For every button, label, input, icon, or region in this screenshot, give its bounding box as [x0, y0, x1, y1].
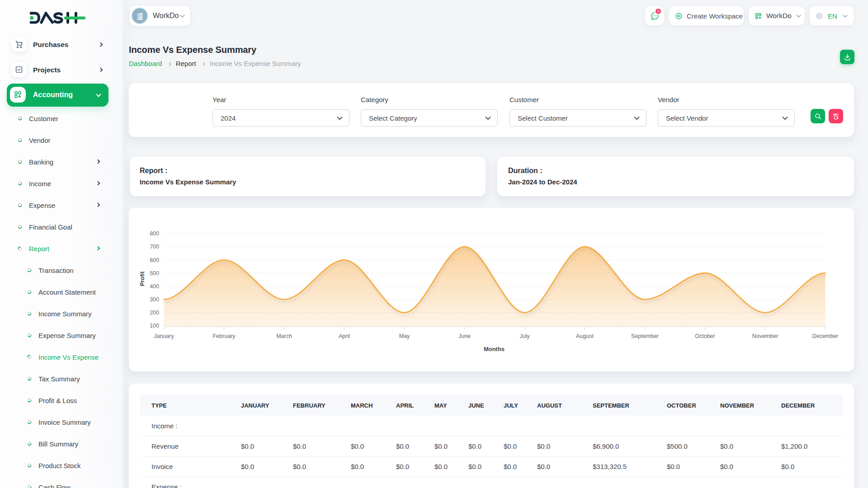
svg-text:February: February: [212, 333, 236, 339]
svg-text:September: September: [631, 333, 659, 339]
svg-text:July: July: [519, 333, 530, 339]
svg-text:May: May: [399, 333, 410, 339]
svg-text:600: 600: [150, 257, 159, 263]
svg-text:400: 400: [150, 283, 159, 290]
svg-text:March: March: [276, 333, 292, 339]
svg-text:December: December: [812, 333, 839, 339]
svg-text:200: 200: [150, 310, 159, 316]
svg-text:August: August: [576, 333, 594, 339]
svg-text:Months: Months: [484, 346, 505, 352]
svg-text:300: 300: [150, 296, 159, 303]
svg-text:Profit: Profit: [139, 271, 146, 286]
svg-text:500: 500: [150, 270, 159, 277]
svg-text:700: 700: [150, 244, 159, 250]
svg-text:October: October: [695, 333, 715, 339]
svg-text:100: 100: [150, 323, 159, 329]
svg-text:April: April: [339, 333, 350, 339]
svg-text:November: November: [752, 333, 778, 339]
svg-text:January: January: [154, 333, 174, 339]
svg-text:800: 800: [150, 230, 159, 237]
svg-text:June: June: [458, 333, 471, 339]
